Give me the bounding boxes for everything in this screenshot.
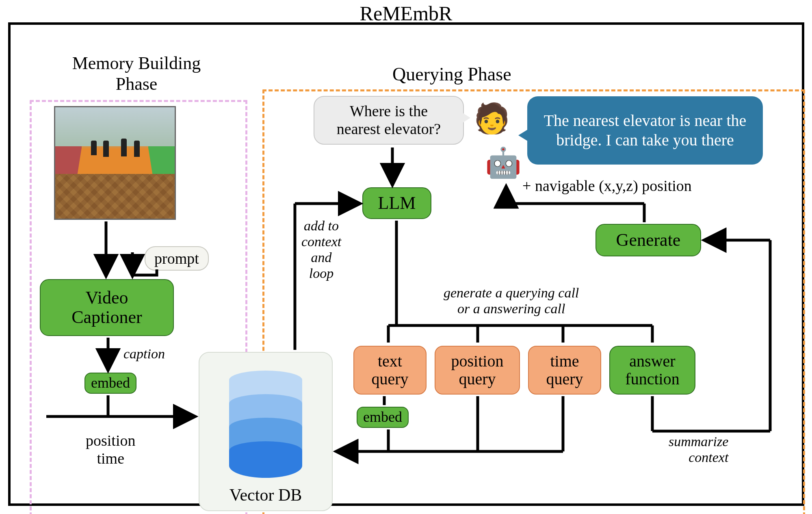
outer-frame: Memory Building Phase Querying Phase pro… — [8, 22, 804, 506]
robot-emoji-icon: 🤖 — [485, 148, 522, 178]
text-query-block: text query — [353, 346, 427, 395]
answer-function-block: answer function — [609, 346, 695, 395]
diagram-title: ReMEmbR — [360, 2, 453, 25]
vector-db-label: Vector DB — [230, 485, 302, 505]
robot-answer-bubble: The nearest elevator is near the bridge.… — [527, 96, 763, 165]
generate-block: Generate — [595, 224, 701, 256]
position-query-block: position query — [435, 346, 520, 395]
database-icon — [229, 380, 302, 478]
vector-db-block: Vector DB — [199, 352, 333, 511]
video-captioner-block: Video Captioner — [40, 279, 174, 336]
caption-arrow-label: caption — [123, 346, 165, 362]
user-question-bubble: Where is the nearest elevator? — [314, 96, 464, 145]
user-emoji-icon: 🧑 — [474, 104, 510, 133]
llm-block: LLM — [362, 187, 431, 219]
position-time-label: position time — [86, 432, 135, 467]
query-embed-block: embed — [357, 407, 409, 428]
time-query-block: time query — [528, 346, 601, 395]
memory-phase-title: Memory Building Phase — [51, 53, 222, 94]
navigable-position-note: + navigable (x,y,z) position — [522, 177, 692, 195]
add-to-context-note: add to context and loop — [301, 218, 341, 281]
memory-embed-block: embed — [84, 373, 136, 394]
query-phase-title: Querying Phase — [392, 63, 511, 85]
generate-call-note: generate a querying call or a answering … — [444, 285, 579, 317]
input-video-frame — [54, 106, 176, 220]
prompt-label: prompt — [145, 246, 209, 271]
summarize-context-note: summarize context — [669, 434, 728, 465]
